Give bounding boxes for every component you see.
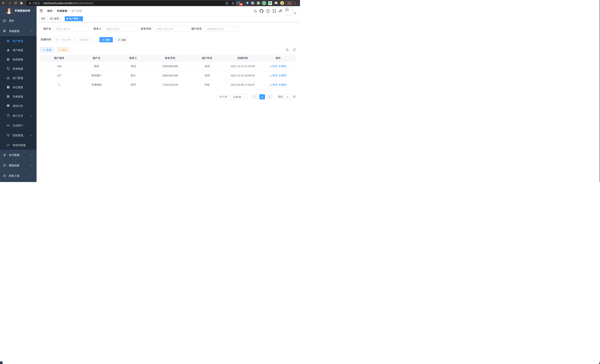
svg-text:¥: ¥ bbox=[3, 153, 6, 157]
svg-text:y: y bbox=[263, 2, 265, 4]
